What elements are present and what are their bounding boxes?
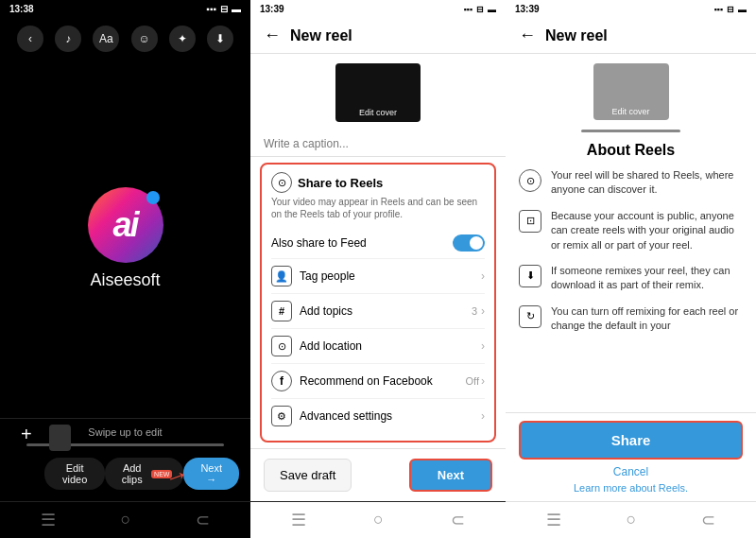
home-circle-2[interactable]: ○: [373, 510, 384, 530]
signal-icon: ▪▪▪: [206, 4, 216, 14]
logo-area: ai Aiseesoft: [0, 60, 250, 418]
video-thumbnail-2: Edit cover: [335, 63, 421, 122]
back-nav-1[interactable]: ⊂: [196, 510, 210, 530]
toolbar: ‹ ♪ Aa ☺ ✦ ⬇: [0, 18, 250, 60]
off-label: Off: [466, 375, 479, 387]
reels-icon: ⊙: [271, 172, 292, 193]
facebook-label: Recommend on Facebook: [300, 374, 433, 388]
video-thumbnail-3: Edit cover: [593, 63, 669, 120]
share-row-feed: Also share to Feed: [271, 228, 485, 259]
plus-icon[interactable]: +: [21, 424, 32, 445]
back-btn-2[interactable]: ←: [264, 26, 281, 45]
about-item-1: ⊙ Your reel will be shared to Reels, whe…: [519, 168, 743, 198]
facebook-row: f Recommend on Facebook: [271, 371, 433, 391]
music-icon[interactable]: ♪: [55, 26, 81, 52]
bottom-actions-2: Save draft Next: [250, 448, 506, 501]
facebook-icon: f: [271, 371, 292, 391]
about-item-2: ⊡ Because your account is public, anyone…: [519, 209, 743, 252]
home-nav-2[interactable]: ☰: [291, 510, 306, 530]
feed-label: Also share to Feed: [271, 236, 367, 250]
brand-name: Aiseesoft: [90, 270, 160, 290]
share-to-reels-box: ⊙ Share to Reels Your video may appear i…: [260, 163, 496, 443]
share-row-tag[interactable]: 👤 Tag people ›: [271, 259, 485, 294]
home-nav-1[interactable]: ☰: [41, 510, 56, 530]
panel2-header: ← New reel: [250, 18, 506, 54]
share-row-location[interactable]: ⊙ Add location ›: [271, 329, 485, 364]
panel3-header: ← New reel: [506, 18, 756, 54]
tag-people-label: Tag people: [300, 269, 355, 283]
topics-icon: #: [271, 301, 292, 321]
feed-toggle[interactable]: [453, 234, 485, 252]
sticker-icon[interactable]: ☺: [131, 26, 158, 52]
about-text-3: If someone remixes your reel, they can d…: [551, 264, 743, 293]
topics-chevron-icon: ›: [481, 304, 485, 318]
cancel-link[interactable]: Cancel: [519, 465, 743, 478]
battery-icon: ▬: [232, 4, 241, 14]
about-title: About Reels: [506, 138, 756, 168]
status-bar-3: 13:39 ▪▪▪ ⊟ ▬: [506, 0, 756, 18]
learn-more-link[interactable]: Learn more about Reels.: [519, 482, 743, 494]
back-btn-editor[interactable]: ‹: [17, 26, 43, 52]
home-circle-1[interactable]: ○: [121, 510, 131, 530]
about-list: ⊙ Your reel will be shared to Reels, whe…: [506, 168, 756, 412]
edit-video-btn[interactable]: Edit video: [44, 458, 105, 490]
tag-chevron-icon: ›: [481, 269, 485, 283]
about-bottom: Share Cancel Learn more about Reels.: [506, 412, 756, 501]
fb-chevron-icon: ›: [481, 374, 485, 388]
topics-count: 3: [472, 305, 477, 317]
bottom-bar: Swipe up to edit + Edit video Add clips …: [0, 418, 250, 501]
edit-cover-label-3: Edit cover: [611, 107, 649, 116]
share-row-topics[interactable]: # Add topics 3 ›: [271, 294, 485, 329]
next-main-btn[interactable]: Next: [409, 459, 492, 492]
advanced-chevron-icon: ›: [481, 409, 485, 423]
panel3-title: New reel: [545, 27, 608, 44]
panel2-title: New reel: [290, 27, 352, 44]
nav-bar-3: ☰ ○ ⊂: [506, 501, 756, 538]
swipe-hint: Swipe up to edit: [8, 426, 243, 438]
home-circle-3[interactable]: ○: [627, 510, 637, 530]
home-nav-3[interactable]: ☰: [546, 510, 561, 530]
fb-right: Off ›: [466, 374, 485, 388]
back-nav-3[interactable]: ⊂: [701, 510, 715, 530]
edit-cover-label-2: Edit cover: [359, 108, 397, 117]
logo-text: ai: [112, 205, 137, 245]
panel-new-reel: 13:39 ▪▪▪ ⊟ ▬ ← New reel Edit cover ⊙ Sh…: [250, 0, 506, 538]
share-main-btn[interactable]: Share: [519, 421, 743, 460]
save-draft-btn[interactable]: Save draft: [264, 459, 352, 492]
effects-icon[interactable]: ✦: [169, 26, 196, 52]
time-3: 13:39: [515, 4, 540, 14]
status-bar-1: 13:38 ▪▪▪ ⊟ ▬: [0, 0, 250, 18]
reels-about-icon: ⊙: [519, 169, 541, 192]
location-icon: ⊙: [271, 336, 292, 356]
share-row-advanced[interactable]: ⚙ Advanced settings ›: [271, 399, 485, 433]
time-1: 13:38: [9, 4, 34, 14]
tag-people-icon: 👤: [271, 266, 292, 286]
share-row-facebook[interactable]: f Recommend on Facebook Off ›: [271, 364, 485, 399]
remix-about-icon: ⊡: [519, 210, 541, 233]
wifi-2: ⊟: [476, 5, 484, 14]
settings-icon: ⚙: [271, 406, 292, 426]
panel-about-reels: 13:39 ▪▪▪ ⊟ ▬ ← New reel Edit cover Abou…: [506, 0, 756, 538]
clip-thumbnail: [49, 425, 71, 451]
nav-bar-1: ☰ ○ ⊂: [0, 501, 250, 538]
brand-logo: ai: [88, 187, 163, 263]
about-text-1: Your reel will be shared to Reels, where…: [551, 168, 743, 198]
back-nav-2[interactable]: ⊂: [451, 510, 465, 530]
add-topics-label: Add topics: [300, 304, 352, 318]
text-icon[interactable]: Aa: [93, 26, 119, 52]
share-header: ⊙ Share to Reels: [271, 172, 485, 193]
advanced-label: Advanced settings: [300, 409, 392, 423]
add-location-label: Add location: [300, 339, 362, 353]
download-icon[interactable]: ⬇: [207, 26, 233, 52]
caption-input[interactable]: [250, 131, 506, 157]
download-about-icon: ⬇: [519, 265, 541, 287]
logo-dot: [146, 191, 160, 204]
add-location-row: ⊙ Add location: [271, 336, 362, 356]
wifi-icon: ⊟: [220, 4, 228, 14]
about-text-2: Because your account is public, anyone c…: [551, 209, 743, 252]
next-btn-editor[interactable]: Next →: [183, 458, 239, 490]
add-clips-btn[interactable]: Add clips NEW: [105, 458, 183, 490]
status-bar-2: 13:39 ▪▪▪ ⊟ ▬: [250, 0, 506, 18]
back-btn-3[interactable]: ←: [519, 26, 536, 45]
advanced-row: ⚙ Advanced settings: [271, 406, 392, 426]
